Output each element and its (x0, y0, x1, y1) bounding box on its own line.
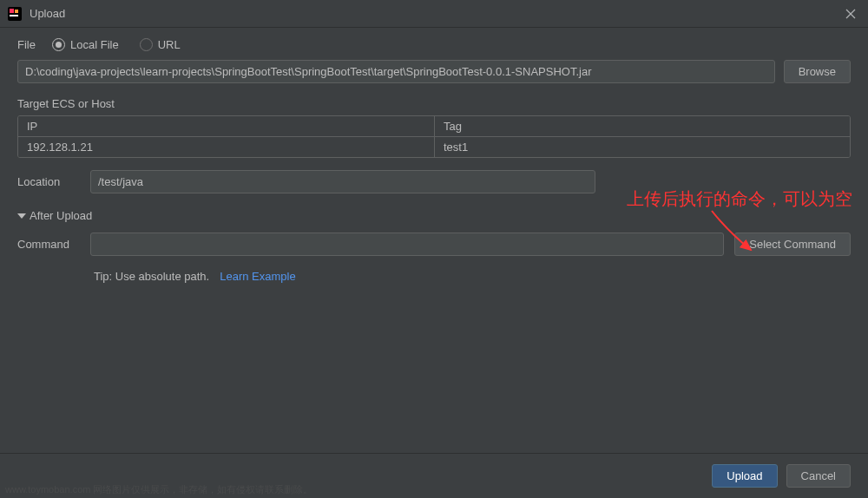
file-label: File (17, 38, 52, 51)
radio-circle-icon (140, 38, 153, 51)
upload-button[interactable]: Upload (712, 464, 777, 488)
table-row[interactable]: 192.128.1.21 test1 (18, 137, 850, 157)
learn-example-link[interactable]: Learn Example (220, 270, 295, 283)
cell-ip: 192.128.1.21 (18, 137, 435, 157)
close-icon[interactable] (840, 3, 861, 24)
watermark: www.toymoban.com 网络图片仅供展示，非存储，如有侵权请联系删除。 (5, 483, 312, 496)
after-upload-label: After Upload (30, 209, 92, 222)
cancel-button[interactable]: Cancel (786, 464, 851, 488)
radio-url-label: URL (158, 38, 181, 51)
svg-rect-3 (10, 15, 18, 16)
table-header: IP Tag (18, 116, 850, 137)
svg-rect-2 (15, 10, 18, 13)
target-table: IP Tag 192.128.1.21 test1 (17, 115, 851, 158)
col-header-ip: IP (18, 116, 435, 136)
file-path-input[interactable] (17, 60, 775, 83)
select-command-button[interactable]: Select Command (734, 233, 851, 256)
radio-circle-icon (52, 38, 65, 51)
radio-local-file[interactable]: Local File (52, 38, 119, 51)
radio-local-label: Local File (70, 38, 119, 51)
annotation-text: 上传后执行的命令，可以为空 (627, 187, 852, 211)
location-input[interactable] (90, 170, 595, 193)
location-label: Location (17, 175, 80, 188)
browse-button[interactable]: Browse (784, 60, 851, 83)
target-label: Target ECS or Host (17, 97, 851, 110)
after-upload-toggle[interactable]: After Upload (17, 209, 851, 222)
tip-text: Tip: Use absolute path. (94, 270, 209, 283)
col-header-tag: Tag (435, 116, 850, 136)
command-label: Command (17, 238, 80, 251)
dialog-title: Upload (30, 7, 840, 20)
command-input[interactable] (90, 233, 724, 256)
cell-tag: test1 (435, 137, 850, 157)
titlebar: Upload (0, 0, 868, 28)
chevron-down-icon (17, 213, 26, 219)
svg-rect-1 (10, 9, 14, 13)
radio-url[interactable]: URL (140, 38, 181, 51)
app-icon (7, 6, 23, 22)
